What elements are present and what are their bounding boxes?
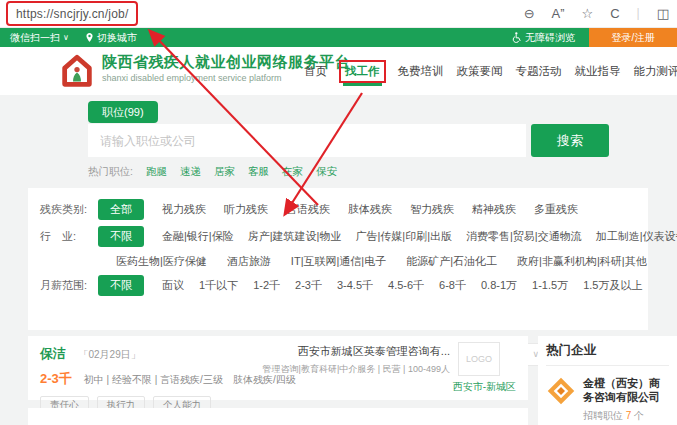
search-button[interactable]: 搜索	[531, 124, 609, 157]
search-input[interactable]	[88, 124, 526, 157]
filter-panel: 残疾类别: 全部 视力残疾 听力残疾 言语残疾 肢体残疾 智力残疾 精神残疾 多…	[28, 188, 648, 330]
toolbar-divider: |	[637, 6, 640, 20]
industry-option[interactable]: 金融|银行|保险	[162, 229, 234, 244]
job-title[interactable]: 保洁	[40, 346, 66, 361]
screen: https://sncjrjy.cn/job/ ⊖ Aˮ ☆ C | ◫ 微信扫…	[0, 0, 677, 425]
disability-option[interactable]: 视力残疾	[162, 202, 206, 217]
chevron-down-icon: ∨	[63, 33, 69, 42]
login-register-button[interactable]: 登录/注册	[589, 28, 677, 47]
split-screen-icon[interactable]: ◫	[657, 6, 669, 21]
industry-selected-any[interactable]: 不限	[98, 226, 144, 247]
salary-option[interactable]: 2-3千	[295, 278, 322, 293]
job-location: 西安市-新城区	[453, 380, 516, 394]
salary-selected-any[interactable]: 不限	[98, 275, 144, 296]
industry-option[interactable]: 房产|建筑建设|物业	[248, 229, 342, 244]
disability-label: 残疾类别:	[40, 202, 98, 217]
salary-option[interactable]: 1千以下	[199, 278, 238, 293]
utility-bar: 微信扫一扫 ∨ 切换城市 无障碍浏览 登录/注册	[0, 28, 677, 47]
nav-item-find-job[interactable]: 找工作	[339, 60, 386, 83]
industry-label: 行 业:	[40, 229, 98, 244]
filter-row-disability: 残疾类别: 全部 视力残疾 听力残疾 言语残疾 肢体残疾 智力残疾 精神残疾 多…	[28, 196, 648, 223]
job-company-meta: 管理咨询|教育科研|中介服务 | 民营 | 100-499人	[263, 363, 450, 376]
hot-companies-title: 热门企业	[546, 342, 669, 366]
jobs-prefix: 招聘职位	[583, 410, 626, 421]
job-company-name[interactable]: 西安市新城区英泰管理咨询有...	[298, 344, 450, 359]
accessibility-browse-button[interactable]: 无障碍浏览	[511, 31, 575, 45]
next-job-card-partial[interactable]	[28, 408, 528, 425]
wechat-scan-label: 微信扫一扫	[10, 31, 60, 45]
location-pin-icon	[85, 32, 94, 43]
job-card[interactable]: 保洁 「02月29日」 2-3千 初中 | 经验不限 | 言语残疾/三级 肢体残…	[28, 336, 528, 400]
hot-job-link[interactable]: 保安	[316, 165, 337, 179]
salary-option[interactable]: 6-8千	[439, 278, 466, 293]
nav-item-free-training[interactable]: 免费培训	[397, 62, 445, 81]
disability-option[interactable]: 听力残疾	[224, 202, 268, 217]
filter-row-industry: 行 业: 不限 金融|银行|保险 房产|建筑建设|物业 广告|传媒|印刷|出版 …	[28, 223, 648, 250]
url-text[interactable]: https://sncjrjy.cn/job/	[16, 7, 128, 21]
industry-option[interactable]: 加工制造|仪表设备	[596, 229, 677, 244]
filter-row-salary: 月薪范围: 不限 面议 1千以下 1-2千 2-3千 3-4.5千 4.5-6千…	[28, 272, 648, 299]
salary-label: 月薪范围:	[40, 278, 98, 293]
disability-option[interactable]: 精神残疾	[472, 202, 516, 217]
salary-option[interactable]: 4.5-6千	[388, 278, 424, 293]
favorite-star-icon[interactable]: ☆	[582, 6, 594, 21]
nav-item-employment-guidance[interactable]: 就业指导	[574, 62, 622, 81]
disability-option[interactable]: 多重残疾	[534, 202, 578, 217]
salary-option[interactable]: 3-4.5千	[337, 278, 373, 293]
hot-company-info: 金橙（西安）商务咨询有限公司 招聘职位 7 个	[583, 376, 669, 423]
industry-option[interactable]: 政府|非赢利机构|科研|其他	[517, 254, 647, 269]
industry-option[interactable]: 能源矿产|石油化工	[406, 254, 497, 269]
nav-item-ability-assessment[interactable]: 能力测评	[633, 62, 677, 81]
disability-option[interactable]: 智力残疾	[410, 202, 454, 217]
disability-option[interactable]: 言语残疾	[286, 202, 330, 217]
accessibility-label: 无障碍浏览	[525, 31, 575, 45]
jobs-count-tab[interactable]: 职位(99)	[88, 101, 158, 123]
salary-option[interactable]: 1-2千	[253, 278, 280, 293]
industry-option[interactable]: 消费零售|贸易|交通物流	[466, 229, 582, 244]
filter-row-industry-line2: 医药生物|医疗保健 酒店旅游 IT|互联网|通信|电子 能源矿产|石油化工 政府…	[28, 250, 648, 272]
salary-option[interactable]: 1-1.5万	[532, 278, 568, 293]
hot-job-link[interactable]: 速递	[180, 165, 201, 179]
industry-option[interactable]: 医药生物|医疗保健	[116, 254, 207, 269]
job-salary: 2-3千	[40, 370, 72, 388]
wechat-scan-menu[interactable]: 微信扫一扫 ∨	[10, 31, 69, 45]
browser-toolbar-icons: ⊖ Aˮ ☆ C | ◫	[524, 0, 669, 26]
login-register-label: 登录/注册	[612, 31, 655, 45]
company-coin-logo-icon	[546, 376, 576, 406]
zoom-out-icon[interactable]: ⊖	[524, 6, 535, 21]
industry-option[interactable]: 酒店旅游	[227, 254, 271, 269]
hot-company-jobs: 招聘职位 7 个	[583, 409, 669, 423]
nav-item-home[interactable]: 首页	[303, 62, 328, 81]
disability-selected-all[interactable]: 全部	[98, 199, 144, 220]
jobs-count-label: 职位(99)	[102, 105, 144, 120]
text-size-icon[interactable]: Aˮ	[552, 6, 565, 21]
switch-city-button[interactable]: 切换城市	[85, 31, 137, 45]
nav-item-special-activities[interactable]: 专题活动	[515, 62, 563, 81]
browser-address-bar: https://sncjrjy.cn/job/ ⊖ Aˮ ☆ C | ◫	[0, 0, 677, 28]
url-annotation-box: https://sncjrjy.cn/job/	[6, 1, 138, 26]
hot-company-item[interactable]: 金橙（西安）商务咨询有限公司 招聘职位 7 个	[546, 376, 669, 423]
salary-option[interactable]: 面议	[162, 278, 184, 293]
hot-job-link[interactable]: 跑腿	[146, 165, 167, 179]
salary-option[interactable]: 1.5万及以上	[583, 278, 642, 293]
switch-city-label: 切换城市	[97, 31, 137, 45]
hot-jobs-row: 热门职位: 跑腿 速递 居家 客服 在家 保安	[88, 165, 337, 179]
industry-option[interactable]: IT|互联网|通信|电子	[291, 254, 386, 269]
site-logo-house-icon[interactable]	[58, 52, 96, 90]
hot-job-link[interactable]: 在家	[282, 165, 303, 179]
company-logo-placeholder: LOGO	[458, 342, 500, 376]
jobs-suffix: 个	[631, 410, 644, 421]
hot-companies-panel: 热门企业 金橙（西安）商务咨询有限公司 招聘职位 7 个	[538, 336, 677, 425]
hot-job-link[interactable]: 客服	[248, 165, 269, 179]
industry-option[interactable]: 广告|传媒|印刷|出版	[355, 229, 452, 244]
browser-essentials-icon[interactable]: C	[610, 6, 619, 21]
hot-jobs-label: 热门职位:	[88, 165, 133, 179]
job-date: 「02月29日」	[78, 349, 140, 360]
nav-item-policy-news[interactable]: 政策要闻	[456, 62, 504, 81]
site-header: 陕西省残疾人就业创业网络服务平台 shanxi disabled employm…	[0, 47, 677, 95]
wheelchair-icon	[511, 32, 521, 43]
salary-option[interactable]: 0.8-1万	[481, 278, 517, 293]
hot-job-link[interactable]: 居家	[214, 165, 235, 179]
disability-option[interactable]: 肢体残疾	[348, 202, 392, 217]
hot-company-name[interactable]: 金橙（西安）商务咨询有限公司	[583, 376, 669, 405]
